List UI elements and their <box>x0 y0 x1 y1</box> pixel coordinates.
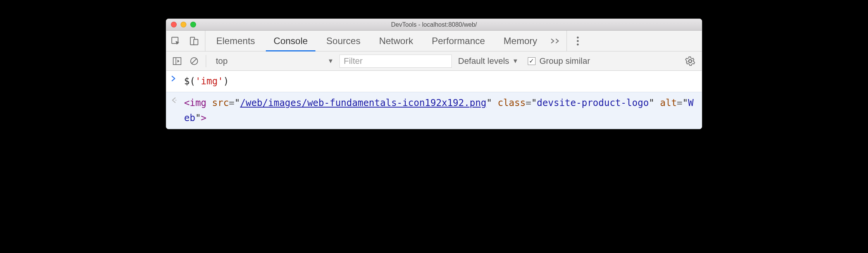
attr-eq: = <box>677 97 682 108</box>
zoom-window-button[interactable] <box>190 22 196 27</box>
svg-point-10 <box>689 60 692 62</box>
quote: " <box>531 97 537 108</box>
svg-line-9 <box>192 59 196 63</box>
tabbar: ElementsConsoleSourcesNetworkPerformance… <box>166 31 702 51</box>
group-similar-label: Group similar <box>539 56 590 66</box>
context-select[interactable]: top ▼ <box>210 54 338 68</box>
result-chevron-icon <box>171 96 182 104</box>
code-token: 'img' <box>195 76 223 87</box>
separator <box>205 31 205 51</box>
tabs: ElementsConsoleSourcesNetworkPerformance… <box>207 31 546 51</box>
svg-point-4 <box>577 40 579 42</box>
context-select-value: top <box>216 56 228 66</box>
traffic-lights <box>166 22 196 27</box>
filter-input[interactable] <box>339 55 452 68</box>
console-settings-icon[interactable] <box>682 56 699 66</box>
code-token: ) <box>223 76 229 87</box>
element-tag: <img <box>184 97 207 108</box>
quote: " <box>682 97 688 108</box>
quote: " <box>195 113 201 123</box>
tab-sources[interactable]: Sources <box>317 31 370 51</box>
log-levels-select[interactable]: Default levels ▼ <box>453 56 523 66</box>
close-window-button[interactable] <box>171 22 177 27</box>
attr-eq: = <box>229 97 234 108</box>
svg-rect-6 <box>173 58 181 65</box>
inspect-element-icon[interactable] <box>166 31 185 51</box>
device-toolbar-icon[interactable] <box>185 31 203 51</box>
attr-value: devsite-product-logo <box>537 97 649 108</box>
quote: " <box>486 97 492 108</box>
code-token: ( <box>189 76 195 87</box>
quote: " <box>234 97 240 108</box>
console-toolbar: top ▼ Default levels ▼ ✓ Group similar <box>166 51 702 71</box>
attr-value-link[interactable]: /web/images/web-fundamentals-icon192x192… <box>240 97 487 108</box>
svg-point-11 <box>176 100 176 101</box>
tab-network[interactable]: Network <box>370 31 422 51</box>
tab-console[interactable]: Console <box>264 31 317 51</box>
group-similar-toggle[interactable]: ✓ Group similar <box>525 56 590 66</box>
more-options-icon[interactable] <box>568 31 587 51</box>
tabs-overflow-icon[interactable] <box>546 31 565 51</box>
svg-rect-2 <box>194 39 198 44</box>
console-output: $('img') <img src="/web/images/web-funda… <box>166 71 702 129</box>
toggle-sidebar-icon[interactable] <box>169 53 185 69</box>
checkbox-icon[interactable]: ✓ <box>528 57 536 65</box>
console-input-row[interactable]: $('img') <box>166 71 702 92</box>
attr-name: alt <box>660 97 677 108</box>
dropdown-triangle-icon: ▼ <box>327 58 334 65</box>
console-result-element[interactable]: <img src="/web/images/web-fundamentals-i… <box>182 96 697 125</box>
minimize-window-button[interactable] <box>181 22 186 27</box>
tab-memory[interactable]: Memory <box>494 31 547 51</box>
attr-name: src <box>212 97 229 108</box>
console-input-code: $('img') <box>182 74 697 89</box>
tab-performance[interactable]: Performance <box>422 31 494 51</box>
attr-eq: = <box>525 97 531 108</box>
devtools-window: DevTools - localhost:8080/web/ ElementsC… <box>166 19 702 129</box>
svg-point-3 <box>577 36 579 38</box>
svg-point-5 <box>577 43 579 45</box>
element-tag: > <box>201 113 206 123</box>
dropdown-triangle-icon: ▼ <box>512 58 518 65</box>
quote: " <box>649 97 654 108</box>
titlebar[interactable]: DevTools - localhost:8080/web/ <box>166 19 702 31</box>
tab-elements[interactable]: Elements <box>207 31 264 51</box>
separator <box>206 55 206 67</box>
code-token: $ <box>184 76 189 87</box>
clear-console-icon[interactable] <box>186 53 202 69</box>
log-levels-label: Default levels <box>458 56 509 66</box>
window-title: DevTools - localhost:8080/web/ <box>166 21 702 28</box>
attr-name: class <box>498 97 525 108</box>
separator <box>567 31 567 51</box>
console-result-row[interactable]: <img src="/web/images/web-fundamentals-i… <box>166 92 702 129</box>
prompt-chevron-icon <box>171 74 182 82</box>
